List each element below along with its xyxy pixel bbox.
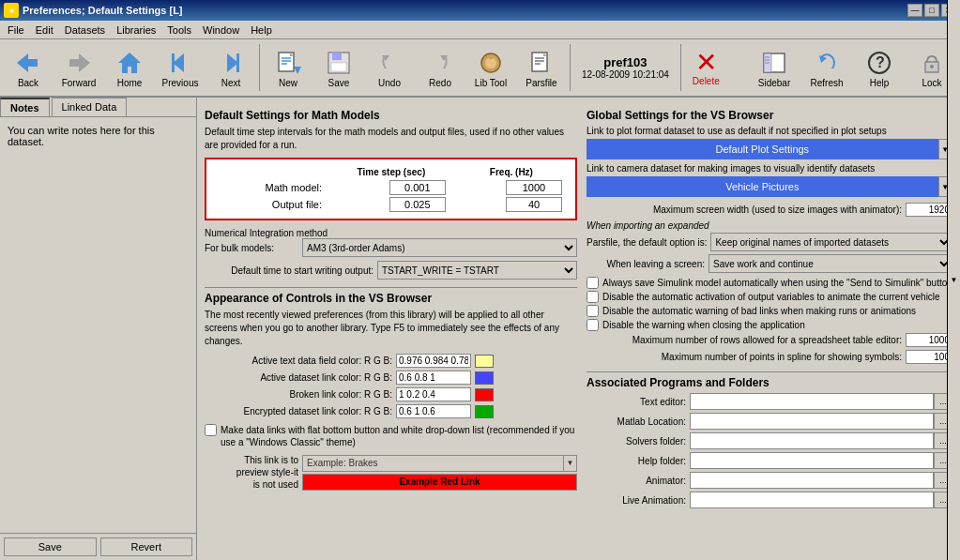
flat-button-checkbox[interactable] [205,424,217,436]
previous-icon [165,48,195,78]
menu-help[interactable]: Help [245,23,278,38]
parsfile-icon [526,48,556,78]
closing-checkbox[interactable] [587,319,599,331]
badlinks-label: Disable the automatic warning of bad lin… [602,306,916,316]
maximize-button[interactable]: □ [924,4,939,17]
assoc-animator-input[interactable] [690,472,934,489]
menu-file[interactable]: File [2,23,30,38]
screen-width-label: Maximum screen width (used to size image… [587,204,906,215]
broken-link-input[interactable] [396,387,471,401]
simulink-checkbox[interactable] [587,277,599,289]
minimize-button[interactable]: — [907,4,922,17]
libtool-button[interactable]: Lib Tool [466,42,515,93]
refresh-button[interactable]: Refresh [802,42,851,93]
parsfile-button[interactable]: Parsfile [517,42,566,93]
output-label: Disable the automatic activation of outp… [602,292,940,302]
menu-datasets[interactable]: Datasets [59,23,111,38]
max-points-label: Maximum number of points in spline for s… [587,352,906,362]
col-timestep: Time step (sec) [329,165,453,179]
default-time-label: Default time to start writing output: [205,265,373,276]
toolbar-separator-2 [570,44,571,91]
redo-button[interactable]: Redo [416,42,465,93]
sidebar-button[interactable]: Sidebar [750,42,799,93]
new-button[interactable]: New [264,42,312,93]
previous-label: Previous [162,78,199,88]
sidebar-icon [759,48,789,78]
badlinks-checkbox[interactable] [587,305,599,317]
active-dataset-input[interactable] [396,371,471,385]
assoc-live-row: Live Animation: ... [587,492,952,508]
refresh-icon [812,48,842,78]
assoc-matlab-label: Matlab Location: [587,416,690,427]
vehicle-pictures-button[interactable]: Vehicle Pictures [587,176,938,197]
save-icon [324,48,354,78]
forward-button[interactable]: Forward [54,42,103,93]
max-rows-input[interactable] [906,333,952,347]
forward-icon [64,48,94,78]
assoc-solvers-input[interactable] [690,432,934,449]
next-button[interactable]: Next [206,42,255,93]
next-icon [216,48,246,78]
home-button[interactable]: Home [105,42,154,93]
associated-section: Associated Programs and Folders Text edi… [587,371,952,508]
default-plot-button[interactable]: Default Plot Settings [587,139,938,159]
save-notes-button[interactable]: Save [4,537,97,556]
svg-marker-0 [17,53,38,72]
link-preview-box: Example: Brakes ▼ Example Red Link ▼ [302,455,577,491]
delete-button[interactable]: ✕ Delete [685,48,727,88]
ni-select[interactable]: AM3 (3rd-order Adams) [302,238,577,257]
assoc-text-editor-input[interactable] [690,393,934,410]
appearance-desc: The most recently viewed preferences (fr… [205,309,577,348]
screen-width-row: Maximum screen width (used to size image… [587,203,952,217]
back-button[interactable]: Back [4,42,53,93]
undo-button[interactable]: Undo [365,42,414,93]
leaving-select[interactable]: Save work and continue [709,254,952,273]
table-row: Output file: [212,196,570,213]
output-timestep-input[interactable] [389,197,446,212]
menu-window[interactable]: Window [197,23,245,38]
models-table: Time step (sec) Freq. (Hz) Math model: [205,158,577,220]
math-freq-input[interactable] [506,180,562,195]
menu-libraries[interactable]: Libraries [111,23,161,38]
math-models-section: Default Settings for Math Models Default… [205,109,577,280]
parsfile-info: pref103 12-08-2009 10:21:04 [574,55,677,80]
assoc-help-input[interactable] [690,452,934,469]
importing-select[interactable]: Keep original names of imported datasets [710,233,952,251]
previous-button[interactable]: Previous [156,42,205,93]
svg-rect-14 [332,53,342,60]
ni-dropdown-container: AM3 (3rd-order Adams) [302,238,577,257]
default-time-select[interactable]: TSTART_WRITE = TSTART [377,261,577,280]
toolbar-separator-3 [680,44,681,91]
save-button[interactable]: Save [314,42,363,93]
max-points-input[interactable] [906,350,952,364]
tab-linked-data[interactable]: Linked Data [52,98,128,116]
numerical-integration: Numerical Integration method For bulk mo… [205,228,577,257]
assoc-live-input[interactable] [690,492,934,508]
encrypted-input[interactable] [396,404,471,418]
link-normal-arrow: ▼ [563,456,576,471]
help-button[interactable]: ? Help [855,42,904,93]
active-text-input[interactable] [396,354,471,368]
output-freq-input[interactable] [506,197,562,212]
leaving-row: When leaving a screen: Save work and con… [587,254,952,273]
checkbox-closing-row: Disable the warning when closing the app… [587,319,952,331]
leaving-dropdown: Save work and continue [709,254,952,273]
revert-notes-button[interactable]: Revert [100,537,193,556]
math-timestep-input[interactable] [389,180,446,195]
ni-row: For bulk models: AM3 (3rd-order Adams) [205,238,577,257]
menu-tools[interactable]: Tools [161,23,197,38]
assoc-matlab-input[interactable] [690,413,934,430]
checkbox-output-row: Disable the automatic activation of outp… [587,291,952,303]
menu-edit[interactable]: Edit [30,23,59,38]
link-preview-row: This link is to preview style-it is not … [205,454,577,491]
screen-width-input[interactable] [906,203,952,217]
checkbox-badlinks-row: Disable the automatic warning of bad lin… [587,305,952,317]
encrypted-swatch [475,405,494,418]
link-red-preview: Example Red Link ▼ [302,474,577,491]
forward-label: Forward [62,78,97,88]
tab-notes[interactable]: Notes [0,98,50,116]
output-checkbox[interactable] [587,291,599,303]
lock-label: Lock [922,78,941,88]
svg-marker-2 [118,53,141,73]
title-bar: ★ Preferences; Default Settings [L] — □ … [0,0,960,21]
